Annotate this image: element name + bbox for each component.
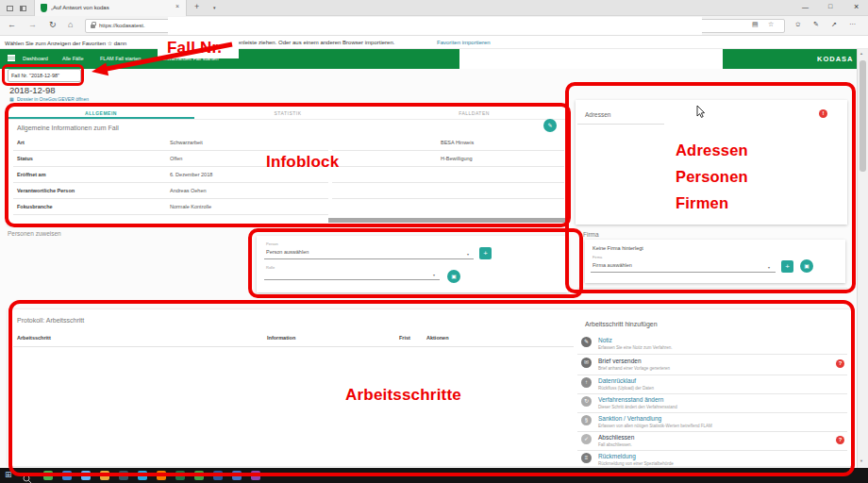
home-icon[interactable]: ⌂: [68, 20, 73, 29]
favorites-message-right: tenleiste ziehen. Oder aus einem anderen…: [236, 40, 394, 45]
start-button[interactable]: ⊞: [5, 470, 12, 479]
horizontal-scrollbar[interactable]: [328, 218, 566, 223]
sanction-icon: §: [581, 415, 592, 425]
mail-icon: ✉: [581, 358, 592, 368]
col-aktionen: Aktionen: [426, 335, 449, 341]
scrollbar-thumb[interactable]: [860, 60, 866, 172]
step-subtitle: Brief anhand einer Vorlage generieren: [598, 366, 670, 371]
annotation-label-infoblock: Infoblock: [266, 153, 339, 172]
set-tabs-aside-button[interactable]: [20, 6, 26, 11]
annotation-label-arbeitsschritte: Arbeitsschritte: [345, 386, 461, 405]
taskbar-app-icon[interactable]: [232, 471, 242, 480]
favorites-message-left: Wählen Sie zum Anzeigen der Favoriten ☆ …: [5, 40, 126, 46]
firma-select-value[interactable]: Firma auswählen: [593, 262, 632, 268]
step-notiz[interactable]: Notiz: [598, 337, 612, 343]
annotation-label-personen: Personen: [676, 168, 748, 186]
info-row-value: Normale Kontrolle: [170, 204, 211, 209]
personen-zuweisen-title: Personen zuweisen: [8, 230, 61, 237]
refresh-icon[interactable]: ↻: [49, 20, 57, 29]
firma-field-label: Firma: [593, 255, 602, 259]
back-icon[interactable]: ←: [8, 20, 16, 29]
scroll-up-icon[interactable]: ▲: [860, 51, 863, 56]
nav-dashboard[interactable]: Dashboard: [23, 56, 48, 61]
firma-select-caret-icon[interactable]: ▾: [768, 265, 770, 270]
taskbar-app-icon[interactable]: [138, 471, 147, 480]
nav-flam-fall-starten[interactable]: FLAM Fall starten: [100, 56, 141, 61]
taskbar-app-icon[interactable]: [119, 471, 128, 480]
adressen-title[interactable]: Adressen: [585, 111, 610, 118]
favorites-bar: [0, 36, 868, 49]
taskbar-app-icon[interactable]: [100, 471, 109, 480]
step-verfahrensstand[interactable]: Verfahrensstand ändern: [598, 396, 663, 403]
share-icon[interactable]: ↗: [831, 21, 837, 28]
web-note-pen-icon[interactable]: ✎: [813, 21, 819, 28]
scroll-down-icon[interactable]: ▼: [860, 458, 863, 463]
step-help-badge: ?: [836, 436, 844, 444]
tab-close-icon[interactable]: ×: [175, 3, 179, 9]
dossier-link[interactable]: Dossier in OneGov.GEVER öffnen: [17, 96, 89, 102]
more-options-icon[interactable]: ⋯: [849, 21, 856, 28]
tab-title: „Auf Antwort von kodas: [51, 5, 170, 10]
taskbar-app-icon[interactable]: [213, 471, 223, 480]
annotation-label-adressen: Adressen: [676, 142, 748, 159]
save-firma-button[interactable]: ▣: [800, 259, 813, 273]
col-information: Information: [267, 335, 295, 341]
url-text[interactable]: https://kodasatest.: [99, 23, 145, 28]
https-lock-arc: [92, 22, 96, 25]
step-brief-versenden[interactable]: Brief versenden: [598, 358, 642, 364]
dossier-icon: ▦: [9, 96, 14, 102]
window-maximize-button[interactable]: □: [828, 3, 832, 9]
tab-statistik[interactable]: STATISTIK: [194, 110, 381, 116]
info-right-value: H-Bewilligung: [441, 156, 473, 161]
info-row-value: Schwarzarbeit: [170, 140, 203, 145]
window-minimize-button[interactable]: —: [802, 4, 809, 10]
tab-falldaten[interactable]: FALLDATEN: [381, 110, 567, 116]
nav-alle-faelle[interactable]: Alle Fälle: [62, 56, 84, 61]
step-subtitle: Rückmeldung von einer Spezialbehörde: [598, 461, 674, 466]
add-person-button[interactable]: +: [479, 247, 492, 259]
taskbar-app-icon[interactable]: [175, 471, 185, 480]
new-tab-button[interactable]: +: [194, 2, 199, 11]
edit-pencil-button[interactable]: ✎: [543, 119, 557, 132]
taskbar-app-icon[interactable]: [43, 471, 53, 480]
check-icon: ✓: [581, 434, 592, 444]
taskbar-app-icon[interactable]: [251, 471, 260, 480]
info-row-label: Verantwortliche Person: [17, 188, 75, 193]
fall-nr-input-value[interactable]: Fall Nr. "2018-12-98": [11, 73, 59, 78]
tab-preview-button[interactable]: [7, 6, 13, 11]
person-select-value[interactable]: Person auswählen: [266, 249, 309, 255]
taskbar-app-icon[interactable]: [62, 471, 72, 480]
tab-allgemein[interactable]: ALLGEMEIN: [8, 110, 194, 116]
step-datenruecklauf[interactable]: Datenrücklauf: [598, 377, 636, 384]
add-firma-button[interactable]: +: [781, 260, 793, 273]
firma-empty-text: Keine Firma hinterlegt: [593, 245, 643, 251]
import-favorites-link[interactable]: Favoriten importieren: [437, 40, 491, 45]
annotation-label-firmen: Firmen: [676, 194, 728, 212]
tab-list-chevron-icon[interactable]: ▾: [213, 5, 216, 10]
adressen-alert-badge: !: [819, 109, 827, 118]
taskbar-app-icon[interactable]: [157, 471, 166, 480]
info-row-value: 6. Dezember 2018: [170, 172, 212, 177]
save-person-button[interactable]: ▣: [447, 270, 460, 283]
taskbar-app-icon[interactable]: [81, 471, 91, 480]
forward-icon[interactable]: →: [28, 20, 37, 29]
navbar-redaction-patch: [459, 49, 723, 69]
info-row-label: Art: [17, 140, 25, 145]
step-subtitle: Fall abschliessen.: [598, 442, 632, 447]
person-select-caret-icon[interactable]: ▾: [467, 252, 469, 257]
step-abschliessen[interactable]: Abschliessen: [598, 434, 634, 441]
upload-icon: ↑: [581, 377, 592, 388]
taskbar-search-icon[interactable]: [23, 471, 32, 483]
taskbar-app-icon[interactable]: [194, 471, 204, 480]
windows-taskbar: [0, 468, 868, 483]
step-sanktion[interactable]: Sanktion / Verhandlung: [598, 415, 661, 422]
rolle-select-caret-icon[interactable]: ▾: [433, 273, 435, 277]
info-row-label: Status: [17, 156, 33, 161]
step-rueckmeldung[interactable]: Rückmeldung: [598, 453, 636, 459]
favorite-star-icon[interactable]: ☆: [768, 21, 774, 28]
menu-hamburger-icon[interactable]: [8, 55, 15, 57]
reading-view-icon[interactable]: ▤: [752, 21, 759, 28]
window-close-button[interactable]: ×: [854, 2, 859, 11]
screenshot-root: „Auf Antwort von kodas × + ▾ — □ × ← → ↻…: [0, 0, 868, 483]
hub-icon[interactable]: ✩: [795, 21, 801, 28]
